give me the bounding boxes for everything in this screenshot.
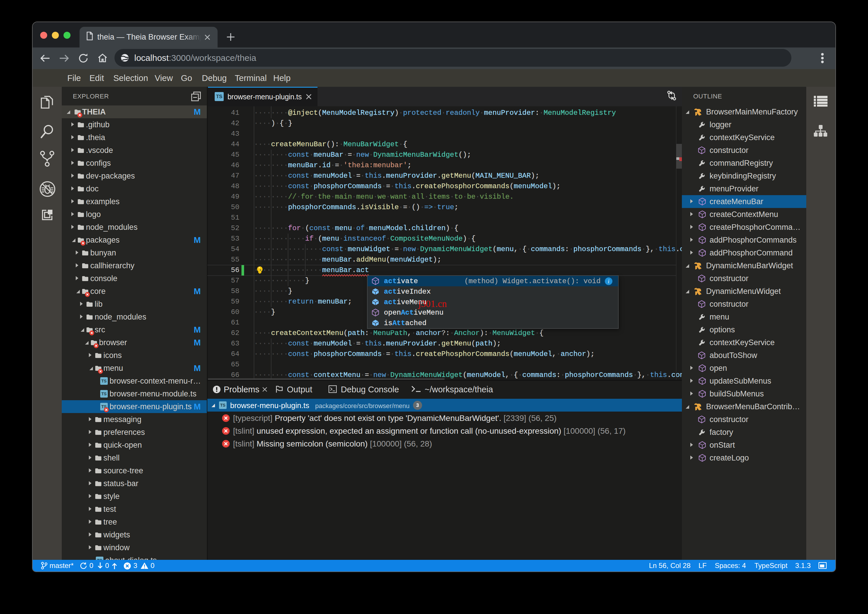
svg-text:i: i xyxy=(608,279,609,284)
